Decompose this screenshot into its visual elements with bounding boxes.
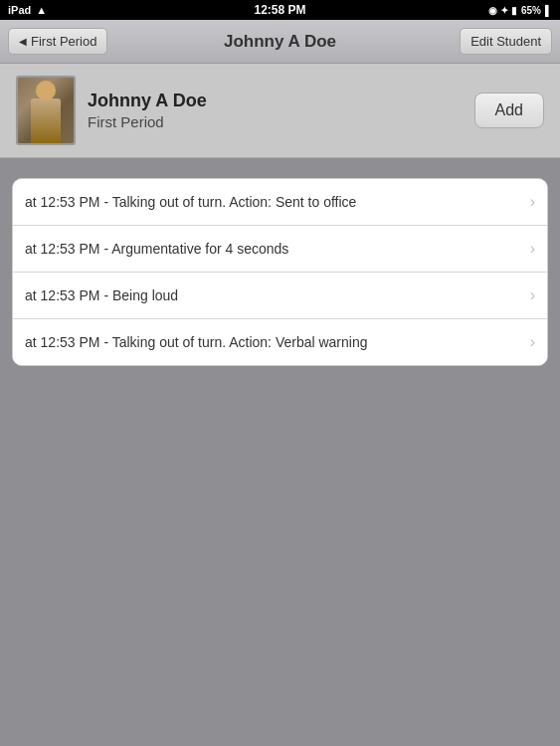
battery-label: 65% <box>521 5 541 16</box>
avatar-head <box>36 81 56 100</box>
profile-info: Johnny A Doe First Period <box>88 91 207 130</box>
chevron-right-icon: › <box>530 286 535 304</box>
avatar <box>16 76 76 145</box>
record-item[interactable]: at 12:53 PM - Talking out of turn. Actio… <box>13 179 547 226</box>
record-text: at 12:53 PM - Talking out of turn. Actio… <box>25 334 522 350</box>
chevron-right-icon: › <box>530 333 535 351</box>
record-text: at 12:53 PM - Argumentative for 4 second… <box>25 241 522 257</box>
nav-bar: First Period Johnny A Doe Edit Student <box>0 20 560 64</box>
status-right: ◉ ✦ ▮ 65% ▌ <box>488 5 552 16</box>
back-button[interactable]: First Period <box>8 28 107 55</box>
edit-student-button[interactable]: Edit Student <box>460 28 552 55</box>
add-button[interactable]: Add <box>474 93 544 128</box>
records-list: at 12:53 PM - Talking out of turn. Actio… <box>12 178 548 366</box>
status-left: iPad ▲ <box>8 4 47 16</box>
nav-title: Johnny A Doe <box>224 32 336 52</box>
record-text: at 12:53 PM - Being loud <box>25 287 522 303</box>
chevron-right-icon: › <box>530 240 535 258</box>
profile-left: Johnny A Doe First Period <box>16 76 207 145</box>
avatar-figure <box>31 98 61 143</box>
record-item[interactable]: at 12:53 PM - Being loud› <box>13 273 547 319</box>
record-item[interactable]: at 12:53 PM - Argumentative for 4 second… <box>13 226 547 273</box>
record-item[interactable]: at 12:53 PM - Talking out of turn. Actio… <box>13 319 547 365</box>
status-time: 12:58 PM <box>254 3 305 17</box>
avatar-image <box>18 78 74 143</box>
profile-name: Johnny A Doe <box>88 91 207 111</box>
wifi-icon: ▲ <box>36 4 47 16</box>
status-icons: ◉ ✦ ▮ <box>488 5 517 16</box>
chevron-right-icon: › <box>530 193 535 211</box>
device-label: iPad <box>8 4 31 16</box>
profile-section: Johnny A Doe First Period Add <box>0 64 560 158</box>
profile-class: First Period <box>88 113 207 130</box>
battery-icon: ▌ <box>545 5 552 16</box>
status-bar: iPad ▲ 12:58 PM ◉ ✦ ▮ 65% ▌ <box>0 0 560 20</box>
record-text: at 12:53 PM - Talking out of turn. Actio… <box>25 194 522 210</box>
